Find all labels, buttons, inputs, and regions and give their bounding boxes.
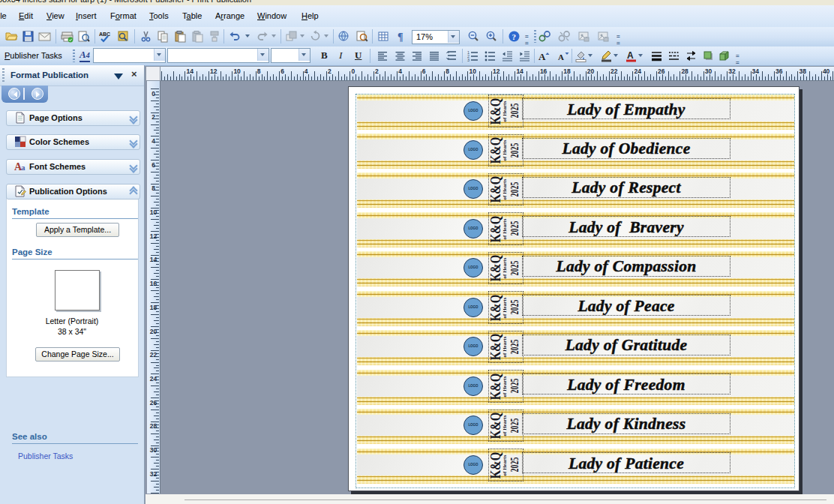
svg-text:A: A [558,52,564,62]
svg-text:A: A [627,50,634,61]
svg-text:3: 3 [467,58,470,62]
svg-text:a: a [21,163,26,172]
svg-text:¶: ¶ [398,32,404,43]
svg-text:A: A [538,51,546,62]
svg-text:?: ? [512,32,517,41]
svg-text:ABC: ABC [99,32,110,37]
